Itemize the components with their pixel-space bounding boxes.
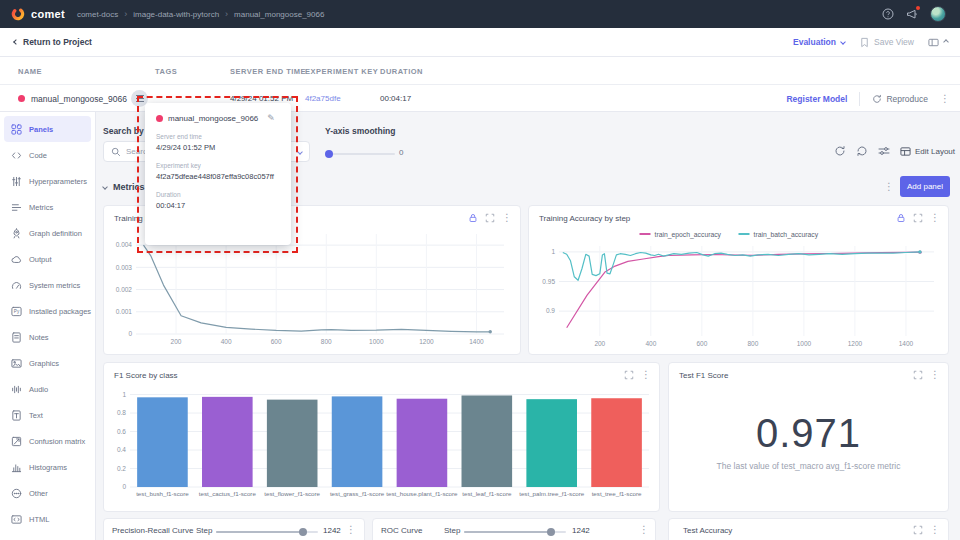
- test-f1-caption: The last value of test_macro avg_f1-scor…: [669, 461, 948, 471]
- sidebar-item-graph-definition[interactable]: Graph definition: [4, 220, 91, 246]
- search-scope-chevron-icon[interactable]: [297, 149, 303, 155]
- metrics-section-header[interactable]: Metrics (: [103, 182, 150, 192]
- training-loss-chart[interactable]: 00.0010.0020.0030.0042004006008001000120…: [108, 228, 516, 352]
- user-avatar[interactable]: [930, 6, 946, 22]
- svg-text:600: 600: [696, 340, 707, 347]
- svg-text:1400: 1400: [899, 340, 914, 347]
- f1-score-chart[interactable]: 00.20.40.60.81test_bush_f1-scoretest_cac…: [108, 381, 655, 509]
- expand-icon[interactable]: [624, 370, 634, 380]
- add-panel-button[interactable]: Add panel: [900, 176, 950, 197]
- expand-icon[interactable]: [485, 213, 495, 223]
- step-slider-knob[interactable]: [547, 528, 555, 536]
- column-header-server-end-time[interactable]: SERVER END TIME: [230, 67, 306, 76]
- sidebar-item-other[interactable]: Other: [4, 480, 91, 506]
- svg-text:600: 600: [271, 338, 282, 345]
- kebab-menu-icon[interactable]: ⋮: [639, 525, 649, 535]
- chevron-up-icon: [943, 39, 949, 45]
- kebab-menu-icon[interactable]: ⋮: [930, 370, 940, 380]
- sidebar-item-graphics[interactable]: Graphics: [4, 350, 91, 376]
- panel-title: Training Accuracy by step: [539, 214, 630, 223]
- layout-grid-icon: [900, 146, 911, 157]
- experiment-row[interactable]: manual_mongoose_9066 4/29/24 01:52 PM 4f…: [0, 85, 960, 112]
- sidebar-item-notes[interactable]: Notes: [4, 324, 91, 350]
- panel-toggle-button[interactable]: [928, 37, 948, 48]
- sidebar-item-metrics[interactable]: Metrics: [4, 194, 91, 220]
- lock-icon[interactable]: [896, 213, 906, 223]
- topbar-icons: [882, 6, 960, 22]
- matrix-icon: [11, 436, 22, 447]
- kebab-menu-icon[interactable]: ⋮: [641, 370, 651, 380]
- svg-text:1000: 1000: [797, 340, 812, 347]
- sidebar-item-system-metrics[interactable]: System metrics: [4, 272, 91, 298]
- smoothing-slider[interactable]: [325, 150, 395, 158]
- step-slider[interactable]: [216, 528, 318, 536]
- image-icon: [11, 358, 22, 369]
- svg-text:0.4: 0.4: [117, 446, 126, 453]
- sidebar-item-output[interactable]: Output: [4, 246, 91, 272]
- expand-icon[interactable]: [913, 213, 923, 223]
- help-icon[interactable]: [882, 8, 894, 20]
- column-header-experiment-key[interactable]: EXPERIMENT KEY: [305, 67, 378, 76]
- history-icon[interactable]: [856, 145, 868, 157]
- sidebar-item-code[interactable]: Code: [4, 142, 91, 168]
- comet-logo[interactable]: comet: [0, 6, 77, 22]
- svg-text:test_leaf_f1-score: test_leaf_f1-score: [462, 490, 512, 497]
- kebab-menu-icon[interactable]: ⋮: [930, 525, 940, 535]
- experiment-key-link[interactable]: 4f2a75dfe: [305, 94, 341, 103]
- expand-icon[interactable]: [913, 525, 923, 535]
- svg-text:train_epoch_accuracy: train_epoch_accuracy: [655, 231, 722, 239]
- breadcrumb-separator: ›: [124, 9, 127, 19]
- sidebar-item-histograms[interactable]: Histograms: [4, 454, 91, 480]
- sidebar-item-panels[interactable]: Panels: [4, 116, 91, 142]
- python-package-icon: Py: [11, 306, 22, 317]
- experiment-table-header: NAMETAGSSERVER END TIMEEXPERIMENT KEYDUR…: [0, 57, 960, 85]
- experiment-name[interactable]: manual_mongoose_9066: [31, 94, 127, 104]
- column-header-tags[interactable]: TAGS: [155, 67, 177, 76]
- svg-text:Py: Py: [14, 309, 20, 314]
- step-slider-knob[interactable]: [299, 528, 307, 536]
- popup-field-value: 4/29/24 01:52 PM: [156, 143, 280, 152]
- kebab-menu-icon[interactable]: ⋮: [930, 213, 940, 223]
- edit-layout-button[interactable]: Edit Layout: [900, 146, 955, 157]
- kebab-menu-icon[interactable]: ⋮: [346, 525, 356, 535]
- save-view-button[interactable]: Save View: [859, 37, 914, 48]
- step-slider[interactable]: [464, 528, 566, 536]
- server-end-time-cell: 4/29/24 01:52 PM: [230, 94, 293, 103]
- view-dropdown[interactable]: Evaluation: [793, 37, 845, 47]
- smoothing-value: 0: [399, 148, 403, 157]
- sidebar-item-label: Hyperparameters: [29, 177, 87, 186]
- training-accuracy-chart[interactable]: 0.90.951200400600800100012001400train_ep…: [531, 226, 946, 354]
- section-kebab-menu-icon[interactable]: ⋮: [884, 182, 894, 192]
- sidebar-item-confusion-matrix[interactable]: Confusion matrix: [4, 428, 91, 454]
- megaphone-icon[interactable]: [906, 8, 918, 20]
- sliders-icon: [11, 176, 22, 187]
- svg-text:test_cactus_f1-score: test_cactus_f1-score: [199, 490, 257, 497]
- sidebar-item-html[interactable]: HTML: [4, 506, 91, 532]
- sidebar-item-text[interactable]: Text: [4, 402, 91, 428]
- smoothing-slider-knob[interactable]: [325, 150, 333, 158]
- breadcrumb-item[interactable]: manual_mongoose_9066: [234, 10, 324, 19]
- sidebar-item-hyperparameters[interactable]: Hyperparameters: [4, 168, 91, 194]
- sidebar-item-audio[interactable]: Audio: [4, 376, 91, 402]
- reproduce-button[interactable]: Reproduce: [872, 94, 928, 104]
- column-header-name[interactable]: NAME: [18, 67, 42, 76]
- lock-icon[interactable]: [468, 213, 478, 223]
- breadcrumb-item[interactable]: comet-docs: [77, 10, 118, 19]
- row-kebab-menu-icon[interactable]: ⋮: [940, 94, 950, 104]
- sidebar-item-label: Histograms: [29, 463, 67, 472]
- refresh-icon[interactable]: [834, 145, 846, 157]
- register-model-link[interactable]: Register Model: [786, 94, 847, 104]
- sidebar-item-installed-packages[interactable]: PyInstalled packages: [4, 298, 91, 324]
- return-to-project-link[interactable]: Return to Project: [0, 37, 92, 47]
- expand-icon[interactable]: [913, 370, 923, 380]
- svg-text:0.9: 0.9: [546, 307, 555, 314]
- gauge-icon: [11, 280, 22, 291]
- other-icon: [11, 488, 22, 499]
- column-header-duration[interactable]: DURATION: [380, 67, 423, 76]
- kebab-menu-icon[interactable]: ⋮: [502, 213, 512, 223]
- rocket-icon: [11, 228, 22, 239]
- svg-text:test_grass_f1-score: test_grass_f1-score: [330, 490, 385, 497]
- tune-icon[interactable]: [878, 145, 890, 157]
- breadcrumb-item[interactable]: image-data-with-pytorch: [133, 10, 219, 19]
- pencil-edit-icon[interactable]: ✎: [267, 113, 275, 123]
